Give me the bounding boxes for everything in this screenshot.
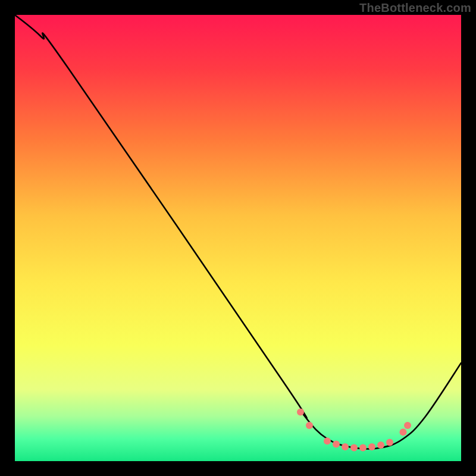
data-marker: [333, 441, 340, 448]
data-marker: [404, 422, 411, 429]
data-marker: [368, 443, 375, 450]
bottleneck-curve: [15, 15, 461, 449]
data-marker: [400, 428, 407, 436]
chart-frame: TheBottleneck.com: [0, 0, 476, 476]
data-marker: [297, 409, 304, 416]
curve-layer: [15, 15, 461, 461]
data-marker: [324, 437, 331, 444]
data-marker: [359, 444, 367, 452]
data-marker: [306, 422, 313, 429]
plot-area: [15, 15, 461, 461]
data-marker: [342, 443, 349, 450]
attribution-text: TheBottleneck.com: [359, 1, 471, 15]
data-marker: [377, 441, 384, 449]
data-marker: [350, 444, 358, 452]
data-marker: [386, 439, 393, 446]
